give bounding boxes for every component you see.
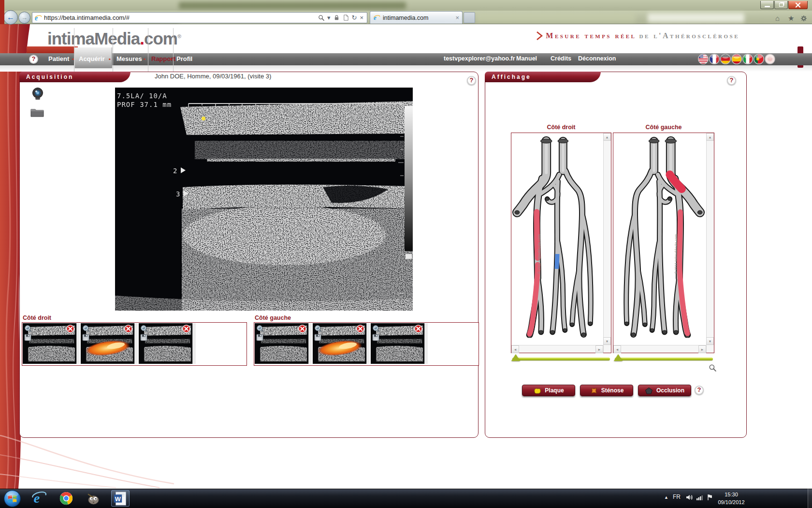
network-icon[interactable]: [696, 493, 704, 501]
flag-italy-icon[interactable]: [742, 54, 753, 64]
nav-item-rapport[interactable]: Rapport: [151, 55, 175, 62]
action-center-flag-icon[interactable]: [706, 493, 714, 501]
delete-thumbnail-button[interactable]: [66, 325, 74, 333]
ultrasound-image[interactable]: 7.5LA/ 10/A PROF 37.1 mm 2 3: [115, 88, 413, 311]
nav-item-patient[interactable]: Patient: [48, 55, 69, 62]
taskbar-chrome-icon[interactable]: [58, 490, 74, 507]
acquisition-help-icon[interactable]: ?: [467, 76, 476, 85]
browser-forward-button[interactable]: →: [18, 12, 30, 24]
thumbnail-scrollbar[interactable]: [76, 323, 80, 364]
window-close-button[interactable]: [788, 1, 808, 9]
scroll-down-button[interactable]: ▼: [706, 337, 714, 345]
delete-thumbnail-button[interactable]: [414, 325, 422, 333]
scroll-down-button[interactable]: ▼: [603, 337, 611, 345]
scroll-right-button[interactable]: ►: [595, 345, 603, 353]
magnifier-icon[interactable]: [24, 325, 32, 332]
nav-item-mesures[interactable]: Mesures: [116, 55, 142, 62]
delete-thumbnail-button[interactable]: [124, 325, 132, 333]
stop-icon[interactable]: ×: [360, 14, 363, 21]
taskbar-ie-icon[interactable]: [31, 490, 47, 507]
nav-link-deconnexion[interactable]: Déconnexion: [578, 55, 616, 62]
scroll-left-button[interactable]: ◄: [613, 345, 621, 353]
flag-france-icon[interactable]: [709, 54, 720, 64]
thumbnail-scrollbar[interactable]: [424, 323, 428, 364]
magnifier-icon[interactable]: [140, 325, 148, 332]
slider-handle[interactable]: [614, 354, 623, 361]
zoom-magnifier-icon[interactable]: [709, 364, 716, 372]
legend-button-stenose[interactable]: Sténose: [580, 385, 633, 396]
slider-handle[interactable]: [511, 354, 520, 361]
browser-back-button[interactable]: ←: [3, 10, 18, 25]
folder-open-icon[interactable]: [30, 106, 44, 118]
home-icon[interactable]: ⌂: [775, 14, 780, 22]
slider-track[interactable]: [615, 358, 713, 360]
save-floppy-icon[interactable]: [140, 334, 147, 341]
affichage-help-icon[interactable]: ?: [727, 76, 736, 85]
taskbar-word-icon[interactable]: [111, 490, 130, 507]
camera-acquire-icon[interactable]: [31, 87, 44, 101]
save-floppy-icon[interactable]: [256, 334, 263, 341]
save-floppy-icon[interactable]: [24, 334, 31, 341]
show-desktop-button[interactable]: [808, 489, 812, 508]
flag-united-states-icon[interactable]: [698, 54, 709, 64]
thumbnail[interactable]: [313, 323, 370, 364]
artery-tree-drawing[interactable]: © 2011 IntimaMedia.com: [512, 134, 603, 339]
save-floppy-icon[interactable]: [314, 334, 321, 341]
settings-gear-icon[interactable]: [800, 15, 808, 22]
scroll-up-button[interactable]: ▲: [603, 133, 611, 141]
zoom-slider-right[interactable]: [512, 355, 610, 363]
site-logo[interactable]: intimaMedia.com®: [47, 29, 181, 48]
magnifier-icon[interactable]: [82, 325, 90, 332]
search-icon[interactable]: [318, 15, 324, 21]
thumbnail-scrollbar[interactable]: [366, 323, 370, 364]
nav-link-credits[interactable]: Crédits: [551, 55, 571, 62]
language-indicator[interactable]: FR: [673, 493, 681, 500]
flag-germany-icon[interactable]: [720, 54, 731, 64]
magnifier-icon[interactable]: [256, 325, 264, 332]
legend-help-icon[interactable]: ?: [695, 386, 704, 395]
flag-spain-icon[interactable]: [731, 54, 742, 64]
diagram-vertical-scrollbar[interactable]: ▲ ▼: [603, 133, 611, 353]
url-input[interactable]: [44, 14, 317, 21]
magnifier-icon[interactable]: [372, 325, 380, 332]
address-bar[interactable]: ▾ ↻ ×: [32, 12, 367, 23]
legend-button-occlusion[interactable]: Occlusion: [638, 385, 691, 396]
magnifier-icon[interactable]: [314, 325, 322, 332]
delete-thumbnail-button[interactable]: [356, 325, 364, 333]
flag-portugal-icon[interactable]: [754, 54, 764, 64]
thumbnail-scrollbar[interactable]: [308, 323, 312, 364]
thumbnail[interactable]: [81, 323, 138, 364]
thumbnail-scrollbar[interactable]: [192, 323, 196, 364]
segment-blue[interactable]: [557, 254, 557, 269]
plaque-segment-red[interactable]: [530, 265, 538, 334]
slider-track[interactable]: [512, 358, 610, 360]
tray-clock[interactable]: 15:30 09/10/2012: [714, 491, 748, 507]
scroll-left-button[interactable]: ◄: [511, 345, 519, 353]
nav-help-icon[interactable]: ?: [29, 55, 38, 64]
diagram-horizontal-scrollbar[interactable]: ◄ ►: [613, 345, 706, 353]
diagram-vertical-scrollbar[interactable]: ▲ ▼: [706, 133, 714, 353]
window-restore-button[interactable]: [774, 1, 788, 9]
nav-item-profil[interactable]: Profil: [176, 55, 192, 62]
delete-thumbnail-button[interactable]: [298, 325, 306, 333]
refresh-icon[interactable]: ↻: [352, 14, 357, 21]
thumbnail-scrollbar[interactable]: [134, 323, 138, 364]
diagram-horizontal-scrollbar[interactable]: ◄ ►: [511, 345, 603, 353]
scroll-up-button[interactable]: ▲: [706, 133, 714, 141]
search-dropdown-caret[interactable]: ▾: [327, 14, 331, 21]
speaker-icon[interactable]: [685, 493, 693, 501]
scroll-right-button[interactable]: ►: [698, 345, 706, 353]
stenose-wedge-red[interactable]: [670, 175, 682, 189]
tray-expand-icon[interactable]: ▲: [664, 495, 668, 500]
artery-tree-drawing[interactable]: © 2011 IntimaMedia.com: [614, 134, 705, 339]
delete-thumbnail-button[interactable]: [182, 325, 190, 333]
nav-link-manuel[interactable]: Manuel: [516, 55, 537, 62]
thumbnail[interactable]: [255, 323, 312, 364]
start-button[interactable]: [3, 490, 21, 508]
thumbnail[interactable]: [139, 323, 196, 364]
window-minimize-button[interactable]: [760, 1, 774, 9]
thumbnail[interactable]: [371, 323, 428, 364]
browser-tab[interactable]: intimamedia.com ×: [370, 11, 463, 24]
thumbnail[interactable]: [23, 323, 80, 364]
compatibility-view-icon[interactable]: [343, 15, 349, 21]
